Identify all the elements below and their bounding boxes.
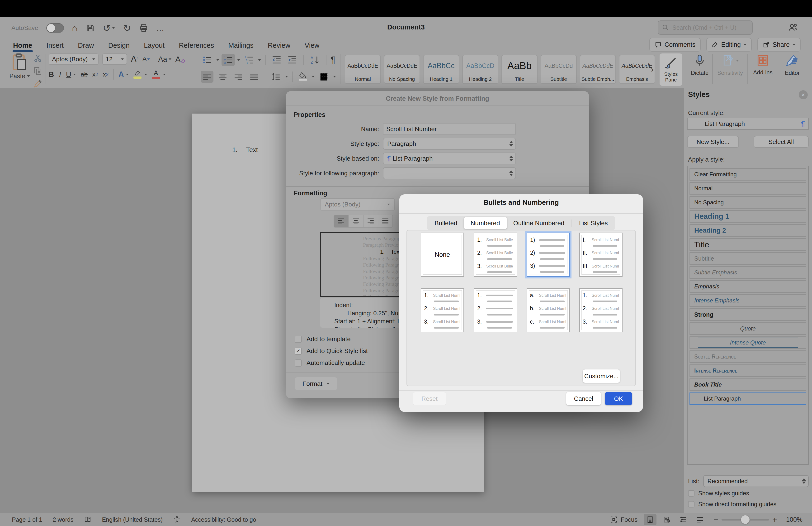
font-color-chevron-icon[interactable] [163, 74, 166, 75]
add-ins-button[interactable]: Add-ins [750, 54, 776, 76]
zoom-in-button[interactable]: + [769, 515, 780, 524]
zoom-out-button[interactable]: − [710, 515, 722, 524]
reset-button[interactable]: Reset [413, 392, 446, 405]
numbering-tile-7[interactable]: a.Scroll List Numlb.Scroll List Numlc.Sc… [527, 288, 570, 332]
style-gallery-item-heading-1[interactable]: AaBbCcHeading 1 [423, 55, 459, 84]
accessibility-icon[interactable] [173, 516, 181, 523]
dialog-align-center-button[interactable] [349, 215, 363, 227]
print-icon[interactable] [139, 24, 148, 32]
numbering-tile-4[interactable]: I.Scroll List NumberII.Scroll List Numbe… [579, 232, 623, 277]
checkbox-automatically-update[interactable] [295, 359, 302, 367]
following-paragraph-select[interactable] [383, 167, 516, 179]
style-item-intense-quote[interactable]: Intense Quote [690, 337, 806, 349]
text-effects-button[interactable]: A [118, 70, 128, 79]
align-right-button[interactable] [232, 71, 245, 83]
current-style-box[interactable]: List Paragraph ¶ [687, 118, 809, 130]
style-item-list-paragraph[interactable]: List Paragraph [690, 393, 806, 405]
select-all-button[interactable]: Select All [754, 136, 809, 148]
format-painter-icon[interactable] [33, 79, 43, 89]
language-status[interactable]: English (United States) [102, 516, 163, 523]
more-commands-icon[interactable]: … [156, 24, 164, 32]
font-color-button[interactable]: A [152, 70, 160, 79]
align-center-button[interactable] [216, 71, 229, 83]
tab-references[interactable]: References [179, 42, 214, 49]
style-name-input[interactable]: Scroll List Number [383, 124, 516, 134]
customize-button[interactable]: Customize... [583, 369, 620, 383]
style-item-subtle-emphasis[interactable]: Subtle Emphasis [690, 266, 806, 279]
styles-pane-button[interactable]: Styles Pane [659, 54, 682, 86]
search-input[interactable]: Search (Cmd + Ctrl + U) [658, 20, 753, 35]
style-item-normal[interactable]: Normal [690, 182, 806, 195]
share-button[interactable]: Share [757, 38, 801, 52]
tab-home[interactable]: Home [13, 42, 32, 49]
bold-button[interactable]: B [49, 71, 54, 78]
redo-icon[interactable]: ↻ [123, 23, 131, 33]
cut-icon[interactable] [33, 54, 43, 63]
based-on-select[interactable]: ¶List Paragraph [383, 153, 516, 165]
editing-mode-button[interactable]: Editing [706, 38, 752, 52]
strikethrough-button[interactable]: ab [81, 71, 88, 77]
draft-view-button[interactable] [694, 514, 706, 525]
subscript-button[interactable]: x2 [92, 71, 98, 77]
tab-view[interactable]: View [305, 42, 319, 49]
show-paragraph-marks-button[interactable]: ¶ [331, 56, 335, 64]
zoom-percentage[interactable]: 100% [786, 516, 802, 523]
tab-bulleted[interactable]: Bulleted [428, 217, 464, 229]
sensitivity-button[interactable]: Sensitivity [715, 54, 745, 76]
shading-button[interactable] [297, 71, 309, 83]
style-item-heading-2[interactable]: Heading 2 [690, 224, 806, 237]
font-name-select[interactable]: Aptos (Body) [49, 54, 99, 65]
highlight-color-button[interactable] [133, 70, 142, 79]
paste-button[interactable]: Paste [8, 53, 31, 80]
checkbox-show-direct-formatting-guides[interactable] [688, 501, 695, 508]
shrink-font-icon[interactable]: A [142, 56, 150, 62]
cancel-button[interactable]: Cancel [566, 392, 601, 405]
numbering-chevron-icon[interactable] [237, 59, 240, 61]
style-item-emphasis[interactable]: Emphasis [690, 280, 806, 293]
zoom-slider-knob[interactable] [741, 515, 750, 524]
style-item-subtle-reference[interactable]: Subtle Reference [690, 351, 806, 363]
tab-mailings[interactable]: Mailings [228, 42, 253, 49]
new-style-button[interactable]: New Style... [687, 136, 739, 148]
copy-icon[interactable] [33, 66, 43, 76]
numbering-tile-2[interactable]: 1.Scroll List Bulle2.Scroll List Bulle3.… [474, 232, 517, 277]
style-gallery-item-title[interactable]: AaBbTitle [502, 55, 538, 84]
tab-outline-numbered[interactable]: Outline Numbered [507, 217, 571, 229]
superscript-button[interactable]: x2 [103, 71, 108, 77]
dialog-font-select[interactable]: Aptos (Body) [320, 198, 395, 211]
tab-insert[interactable]: Insert [46, 42, 64, 49]
multilevel-chevron-icon[interactable] [258, 59, 261, 61]
line-spacing-button[interactable] [270, 71, 282, 83]
dialog-align-right-button[interactable] [363, 215, 378, 227]
outline-view-button[interactable] [677, 514, 690, 525]
comments-button[interactable]: Comments [649, 38, 701, 52]
style-gallery-item-normal[interactable]: AaBbCcDdENormal [345, 55, 381, 84]
paste-chevron-icon[interactable] [27, 75, 30, 77]
numbering-tile-8[interactable]: 1.Scroll List Numl2.Scroll List Numl3.Sc… [579, 288, 623, 332]
style-item-quote[interactable]: Quote [690, 323, 806, 335]
shading-chevron-icon[interactable] [312, 76, 315, 77]
style-item-clear-formatting[interactable]: Clear Formatting [690, 168, 806, 181]
checkbox-add-to-quick-style-list[interactable]: ✓ [295, 347, 302, 355]
sort-button[interactable]: AZ [308, 54, 322, 66]
format-menu-button[interactable]: Format [295, 377, 337, 390]
style-item-strong[interactable]: Strong [690, 308, 806, 321]
checkbox-show-styles-guides[interactable] [688, 490, 695, 497]
zoom-slider[interactable] [722, 518, 769, 521]
autosave-toggle[interactable] [46, 23, 64, 33]
style-item-title[interactable]: Title [690, 238, 806, 251]
style-item-intense-reference[interactable]: Intense Reference [690, 365, 806, 377]
proofing-icon[interactable] [84, 516, 91, 523]
style-item-heading-1[interactable]: Heading 1 [690, 210, 806, 223]
undo-icon[interactable]: ↺ [103, 23, 111, 33]
checkbox-add-to-template[interactable] [295, 336, 302, 343]
focus-button[interactable]: Focus [610, 515, 638, 524]
list-filter-select[interactable]: Recommended [703, 475, 809, 487]
save-icon[interactable] [86, 24, 95, 32]
print-layout-view-button[interactable] [644, 514, 656, 525]
dialog-justify-button[interactable] [378, 215, 392, 227]
numbering-tile-5[interactable]: 1.Scroll List Numl2.Scroll List Numl3.Sc… [421, 288, 464, 332]
decrease-indent-button[interactable] [270, 54, 283, 66]
tab-design[interactable]: Design [108, 42, 130, 49]
numbering-tile-none[interactable]: None [421, 232, 464, 277]
